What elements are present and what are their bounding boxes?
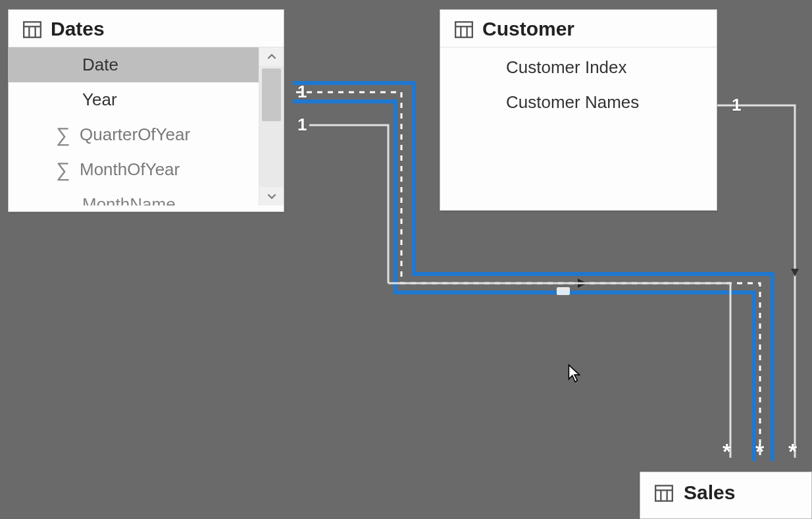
customer-field-list: Customer Index Customer Names [440,47,717,120]
field-date[interactable]: Date [9,47,284,82]
scroll-thumb[interactable] [262,68,281,121]
table-title: Dates [51,18,105,40]
table-header-customer[interactable]: Customer [440,10,717,47]
svg-marker-2 [791,269,799,277]
scroll-up-icon[interactable] [259,47,284,66]
svg-rect-11 [655,485,672,501]
dates-field-list: Date Year ∑ QuarterOfYear ∑ MonthOfYear … [9,47,284,205]
table-title: Sales [684,481,735,504]
field-customer-names[interactable]: Customer Names [440,85,717,120]
table-icon [23,20,41,38]
scroll-track[interactable] [259,66,284,187]
table-icon [655,484,673,501]
field-year[interactable]: Year [9,82,284,117]
cardinality-many: * [723,439,731,464]
svg-rect-1 [557,287,570,295]
table-header-dates[interactable]: Dates [9,10,284,47]
cardinality-one: 1 [732,95,741,115]
table-card-dates[interactable]: Dates Date Year ∑ QuarterOfYear ∑ MonthO… [8,9,284,212]
field-quarterofyear[interactable]: ∑ QuarterOfYear [9,117,284,152]
field-label: MonthOfYear [80,159,180,180]
field-monthname[interactable]: MonthName [9,187,284,205]
table-card-sales[interactable]: Sales [640,472,812,519]
sigma-icon: ∑ [55,124,72,146]
field-label: Customer Names [506,92,639,113]
scroll-down-icon[interactable] [259,187,284,205]
table-icon [455,20,473,38]
table-card-customer[interactable]: Customer Customer Index Customer Names [440,9,717,211]
field-label: MonthName [82,194,176,205]
field-label: Year [82,90,117,110]
field-label: Date [82,55,118,75]
table-header-sales[interactable]: Sales [640,472,811,513]
dates-scrollbar[interactable] [259,47,284,205]
model-canvas[interactable]: Dates Date Year ∑ QuarterOfYear ∑ MonthO… [0,0,812,519]
cardinality-one: 1 [297,82,307,102]
cardinality-many: * [788,439,797,464]
svg-rect-7 [455,22,472,37]
mouse-cursor-icon [567,364,582,383]
cardinality-many: * [755,439,764,464]
field-monthofyear[interactable]: ∑ MonthOfYear [9,152,284,187]
svg-marker-0 [578,279,587,288]
field-customer-index[interactable]: Customer Index [440,50,717,85]
sigma-icon: ∑ [55,159,72,181]
field-label: Customer Index [506,57,627,78]
field-label: QuarterOfYear [80,124,190,145]
table-title: Customer [482,18,574,40]
svg-rect-3 [24,22,41,37]
cardinality-one: 1 [297,115,307,135]
